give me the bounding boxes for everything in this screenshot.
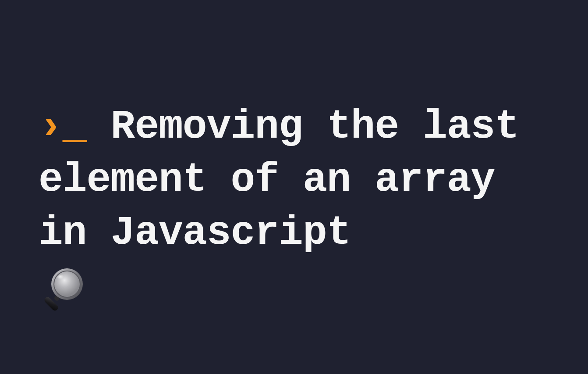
svg-point-4	[54, 271, 80, 297]
title-text: Removing the last element of an array in…	[39, 104, 519, 256]
main-content: ›_ Removing the last element of an array…	[39, 101, 553, 260]
page-title: ›_ Removing the last element of an array…	[39, 101, 553, 260]
magnifying-glass-icon	[39, 267, 87, 315]
svg-point-5	[57, 274, 69, 283]
prompt-prefix: ›_	[39, 104, 87, 150]
